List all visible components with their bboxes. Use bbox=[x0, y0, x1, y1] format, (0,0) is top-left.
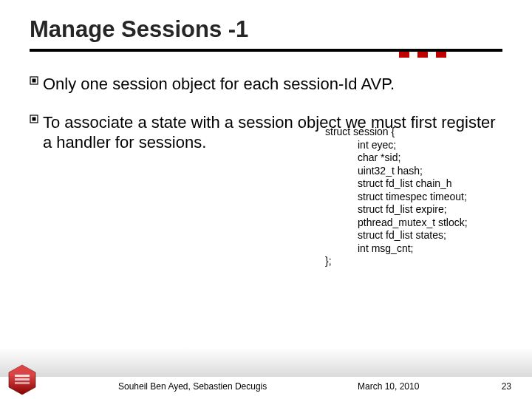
code-line: int eyec; bbox=[325, 139, 506, 152]
code-line: struct fd_list expire; bbox=[325, 203, 506, 216]
footer-page-number: 23 bbox=[502, 381, 511, 392]
slide: Manage Sessions -1 Only one session obje… bbox=[0, 0, 532, 399]
code-line: char *sid; bbox=[325, 151, 506, 165]
code-struct: struct session { int eyec; char *sid; ui… bbox=[325, 126, 506, 268]
content-area: Only one session object for each session… bbox=[30, 74, 502, 171]
footer-authors: Souheil Ben Ayed, Sebastien Decugis bbox=[118, 381, 267, 392]
svg-rect-1 bbox=[33, 79, 36, 83]
bullet-1: Only one session object for each session… bbox=[30, 74, 502, 95]
footer: Souheil Ben Ayed, Sebastien Decugis Marc… bbox=[0, 365, 532, 399]
page-title: Manage Sessions -1 bbox=[0, 0, 532, 49]
accent-dashes bbox=[399, 52, 446, 58]
code-line: int msg_cnt; bbox=[325, 242, 506, 256]
bullet-icon bbox=[30, 112, 43, 123]
svg-rect-7 bbox=[15, 378, 30, 381]
code-line: struct fd_list states; bbox=[325, 229, 506, 242]
bullet-1-text: Only one session object for each session… bbox=[43, 74, 502, 95]
code-line: struct timespec timeout; bbox=[325, 191, 506, 204]
code-close: }; bbox=[325, 255, 332, 267]
footer-date: March 10, 2010 bbox=[358, 381, 419, 392]
svg-rect-8 bbox=[15, 382, 30, 384]
code-line: pthread_mutex_t stlock; bbox=[325, 216, 506, 230]
code-open: struct session { bbox=[325, 126, 395, 137]
footer-gradient bbox=[0, 347, 532, 377]
code-line: uint32_t hash; bbox=[325, 165, 506, 178]
bullet-icon bbox=[30, 74, 43, 85]
code-line: struct fd_list chain_h bbox=[325, 177, 506, 191]
logo-icon bbox=[6, 364, 38, 396]
svg-rect-6 bbox=[15, 375, 30, 377]
svg-rect-3 bbox=[33, 117, 36, 120]
